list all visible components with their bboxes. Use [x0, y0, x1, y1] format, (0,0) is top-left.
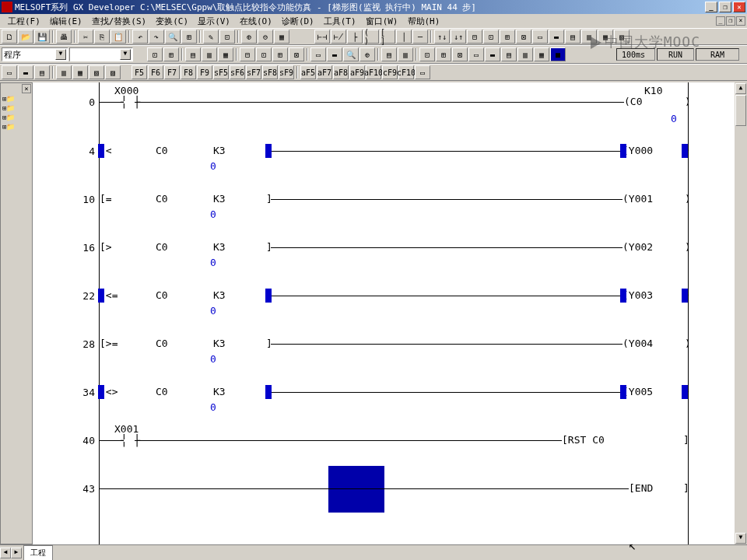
tb2-2[interactable]: ⊞ [163, 47, 179, 61]
hscroll-right-icon[interactable]: ▶ [11, 548, 22, 558]
menu-diagnose[interactable]: 诊断(D) [277, 15, 319, 28]
ld-misc4[interactable]: ⊠ [516, 30, 531, 44]
tree-close-icon[interactable]: × [22, 84, 31, 93]
tb3-af9[interactable]: aF9 [349, 65, 365, 79]
open-icon[interactable]: 📂 [18, 30, 33, 44]
ld-misc3[interactable]: ⊞ [500, 30, 515, 44]
tb2-12[interactable]: 🔍 [343, 47, 359, 61]
tb2-22[interactable]: ▥ [517, 47, 533, 61]
tb-icon-4[interactable]: ▦ [274, 30, 289, 44]
menu-help[interactable]: 帮助(H) [403, 15, 445, 28]
tb2-3[interactable]: ▤ [185, 47, 201, 61]
vertical-scrollbar[interactable]: ▲ ▼ [735, 82, 747, 544]
tb3-last[interactable]: ▭ [415, 65, 430, 79]
tb3-4[interactable]: ▥ [56, 65, 72, 79]
edit-cursor[interactable] [328, 466, 384, 513]
ladder-canvas[interactable]: 0X000K10┤ ├(C0)040[<C0K3](Y000)100[=C0K3… [33, 82, 735, 544]
minimize-button[interactable]: _ [705, 2, 717, 12]
ld-misc2[interactable]: ⊡ [483, 30, 499, 44]
tb2-8[interactable]: ⊞ [272, 47, 288, 61]
tb-icon-3[interactable]: ⊡ [219, 30, 235, 44]
tb2-1[interactable]: ⊡ [147, 47, 163, 61]
output-coil[interactable]: (Y000 [622, 145, 653, 156]
ld-misc1[interactable]: ⊟ [467, 30, 482, 44]
tb3-af10[interactable]: aF10 [366, 65, 381, 79]
ld-hline[interactable]: ─ [412, 30, 428, 44]
undo-icon[interactable]: ↶ [132, 30, 148, 44]
ld-vline[interactable]: │ [396, 30, 412, 44]
tb2-15[interactable]: ▥ [398, 47, 413, 61]
cut-icon[interactable]: ✂ [78, 30, 93, 44]
close-button[interactable]: ✕ [733, 2, 745, 12]
ld-misc6[interactable]: ▬ [549, 30, 564, 44]
tb3-f7[interactable]: F7 [164, 65, 180, 79]
compare-left[interactable]: [>= [100, 338, 117, 349]
ld-rising[interactable]: ↑↓ [434, 30, 450, 44]
menu-tools[interactable]: 工具(T) [319, 15, 361, 28]
paste-icon[interactable]: 📋 [110, 30, 126, 44]
tb3-f8[interactable]: F8 [181, 65, 196, 79]
project-tree[interactable]: × ⊞📁⊞📁⊞📁⊞📁 [0, 82, 33, 544]
tb2-4[interactable]: ▥ [202, 47, 217, 61]
tb3-1[interactable]: ▭ [2, 65, 17, 79]
tb3-sf5[interactable]: sF5 [213, 65, 229, 79]
tb3-5[interactable]: ▦ [72, 65, 88, 79]
hscroll-left-icon[interactable]: ◀ [0, 548, 11, 558]
menu-convert[interactable]: 变换(C) [151, 15, 193, 28]
tb2-5[interactable]: ▦ [218, 47, 233, 61]
menu-project[interactable]: 工程(F) [3, 15, 45, 28]
tb2-10[interactable]: ▭ [310, 47, 326, 61]
combo-device[interactable]: ▼ [69, 47, 133, 61]
scroll-thumb[interactable] [735, 95, 746, 126]
tb2-14[interactable]: ▤ [381, 47, 397, 61]
output-coil[interactable]: (Y004 [622, 338, 653, 349]
redo-icon[interactable]: ↷ [149, 30, 164, 44]
tb3-f9[interactable]: F9 [197, 65, 212, 79]
tb3-sf7[interactable]: sF7 [246, 65, 261, 79]
tb2-18[interactable]: ⊠ [452, 47, 468, 61]
tb-icon-2[interactable]: ✎ [203, 30, 219, 44]
tb3-f5[interactable]: F5 [132, 65, 147, 79]
tb2-6[interactable]: ⊟ [240, 47, 255, 61]
tb2-13[interactable]: ⊕ [359, 47, 375, 61]
tb3-sf6[interactable]: sF6 [230, 65, 245, 79]
tb2-19[interactable]: ▭ [468, 47, 484, 61]
mdi-close[interactable]: × [736, 16, 745, 26]
tb3-3[interactable]: ▤ [34, 65, 50, 79]
function-box[interactable]: [END [629, 482, 653, 494]
menu-online[interactable]: 在线(O) [235, 15, 277, 28]
tb3-2[interactable]: ▬ [18, 65, 33, 79]
mdi-minimize[interactable]: _ [716, 16, 725, 26]
compare-left[interactable]: [> [100, 241, 112, 253]
ld-coil[interactable]: ( ) [363, 30, 379, 44]
ld-contact-no[interactable]: ⊢⊣ [314, 30, 330, 44]
tb2-9[interactable]: ⊠ [289, 47, 304, 61]
tb3-cf9[interactable]: cF9 [382, 65, 398, 79]
zoom-in-icon[interactable]: ⊕ [241, 30, 257, 44]
tb2-16[interactable]: ⊡ [419, 47, 435, 61]
copy-icon[interactable]: ⎘ [94, 30, 110, 44]
output-coil[interactable]: (Y002 [622, 241, 653, 253]
tb3-sf8[interactable]: sF8 [262, 65, 278, 79]
ld-branch[interactable]: ├ [347, 30, 363, 44]
ld-misc7[interactable]: ▤ [565, 30, 580, 44]
tb3-cf10[interactable]: cF10 [398, 65, 414, 79]
scroll-up-icon[interactable]: ▲ [735, 83, 746, 94]
output-coil[interactable]: (Y003 [622, 289, 653, 301]
tb3-6[interactable]: ▧ [89, 65, 104, 79]
ld-falling[interactable]: ↓↑ [451, 30, 466, 44]
bottom-tab[interactable]: 工程 [23, 545, 53, 561]
tb3-af5[interactable]: aF5 [300, 65, 316, 79]
tb3-sf9[interactable]: sF9 [279, 65, 294, 79]
output-coil[interactable]: (Y001 [622, 193, 653, 205]
menu-find[interactable]: 查找/替换(S) [87, 15, 152, 28]
menu-view[interactable]: 显示(V) [193, 15, 235, 28]
new-icon[interactable]: 🗋 [2, 30, 17, 44]
ld-func[interactable]: [ ] [380, 30, 395, 44]
function-box[interactable]: [RST C0 [562, 434, 605, 446]
mdi-restore[interactable]: ❐ [726, 16, 735, 26]
find-icon[interactable]: 🔍 [165, 30, 181, 44]
ld-misc5[interactable]: ▭ [532, 30, 548, 44]
tb3-f6[interactable]: F6 [148, 65, 163, 79]
scroll-down-icon[interactable]: ▼ [735, 533, 746, 544]
